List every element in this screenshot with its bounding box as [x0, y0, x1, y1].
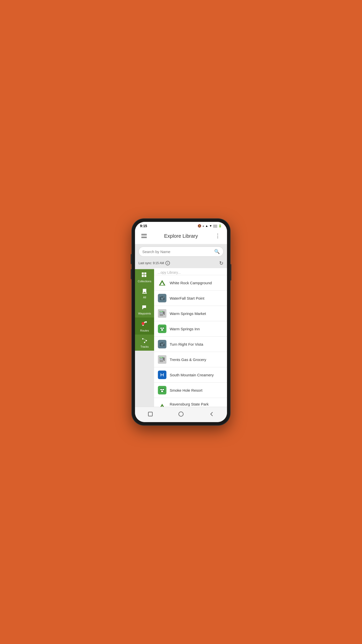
search-input[interactable] — [142, 250, 212, 254]
bluetooth-icon: ⬦ — [202, 224, 204, 228]
svg-rect-2 — [142, 275, 144, 277]
all-icon — [141, 288, 148, 295]
partial-item: ...opy Library... — [154, 268, 227, 275]
list-item[interactable]: WaterFall Start Point — [154, 291, 227, 306]
status-time: 9:15 — [140, 224, 147, 228]
svg-rect-34 — [160, 358, 163, 360]
svg-rect-19 — [164, 314, 165, 315]
sidebar-item-tracks[interactable]: Tracks — [135, 335, 154, 351]
item-name-warm-springs-inn: Warm Springs Inn — [170, 327, 200, 331]
svg-rect-27 — [160, 327, 164, 328]
sidebar-item-routes[interactable]: Routes — [135, 317, 154, 335]
campsite-icon-white-rock — [158, 278, 167, 287]
sidebar-item-waypoints[interactable]: Waypoints — [135, 301, 154, 317]
svg-rect-21 — [160, 311, 161, 312]
svg-rect-17 — [160, 312, 163, 314]
hotel-icon-smoke-hole — [158, 386, 167, 395]
content-area: Collections All Waypoints — [135, 268, 227, 407]
routes-label: Routes — [140, 329, 149, 332]
svg-rect-39 — [161, 357, 162, 358]
status-bar: 9:15 🔕 ⬦ ▲ ▼ ▓▓ 🔋 — [135, 222, 227, 229]
gas-icon-warm-springs-market — [158, 309, 167, 318]
svg-rect-48 — [160, 388, 164, 389]
waypoints-icon — [141, 304, 148, 311]
circle-icon — [178, 411, 184, 417]
svg-rect-3 — [144, 275, 146, 277]
list-area: ...opy Library... White Rock Campground — [154, 268, 227, 407]
list-item[interactable]: Turn Right For Vista — [154, 337, 227, 352]
gas-icon-trents — [158, 355, 167, 364]
sidebar-item-collections[interactable]: Collections — [135, 269, 154, 285]
status-icons: 🔕 ⬦ ▲ ▼ ▓▓ 🔋 — [198, 224, 222, 228]
hamburger-icon — [141, 234, 147, 238]
info-icon: i — [167, 262, 168, 265]
svg-rect-35 — [163, 357, 165, 360]
item-name-south-mountain: South Mountain Creamery — [170, 373, 214, 377]
svg-rect-4 — [142, 293, 147, 294]
svg-rect-46 — [162, 389, 164, 390]
list-item[interactable]: Warm Springs Market — [154, 306, 227, 321]
svg-rect-56 — [148, 412, 152, 416]
sync-bar: Last sync: 9:15 AM i ↻ — [135, 259, 227, 268]
svg-point-15 — [163, 297, 164, 298]
list-item[interactable]: Ravensburg State Park Campground — [154, 398, 227, 407]
hotel-icon-warm-springs-inn — [158, 324, 167, 333]
camera-icon-waterfall — [158, 294, 167, 303]
sidebar: Collections All Waypoints — [135, 268, 154, 407]
list-item[interactable]: Smoke Hole Resort — [154, 383, 227, 398]
bottom-nav — [135, 407, 227, 422]
list-item[interactable]: White Rock Campground — [154, 275, 227, 291]
search-icon: 🔍 — [214, 249, 220, 254]
nav-square-button[interactable] — [146, 410, 155, 419]
page-title: Explore Library — [164, 233, 198, 239]
item-name-trents: Trents Gas & Grocery — [170, 357, 206, 362]
nav-back-button[interactable] — [207, 410, 216, 419]
info-button[interactable]: i — [165, 261, 170, 265]
collections-label: Collections — [138, 280, 151, 283]
dots-icon: ⋮ — [215, 233, 221, 239]
partial-text: ...opy Library... — [158, 270, 181, 274]
top-bar: Explore Library ⋮ — [135, 229, 227, 244]
refresh-button[interactable]: ↻ — [219, 260, 223, 266]
restaurant-icon-south-mountain — [158, 370, 167, 379]
list-item[interactable]: Trents Gas & Grocery — [154, 352, 227, 367]
collections-icon — [141, 272, 148, 279]
svg-rect-31 — [161, 342, 163, 343]
camera-icon-turn-right — [158, 340, 167, 349]
sidebar-item-all[interactable]: All — [135, 285, 154, 301]
overflow-menu-button[interactable]: ⋮ — [213, 231, 223, 241]
item-name-waterfall: WaterFall Start Point — [170, 296, 204, 300]
list-item[interactable]: South Mountain Creamery — [154, 367, 227, 383]
svg-rect-24 — [160, 328, 162, 329]
svg-rect-47 — [161, 391, 163, 392]
svg-rect-45 — [160, 389, 162, 390]
svg-rect-38 — [160, 357, 161, 358]
list-item[interactable]: Warm Springs Inn — [154, 321, 227, 337]
waypoints-label: Waypoints — [138, 312, 151, 315]
svg-point-30 — [162, 344, 163, 345]
svg-rect-26 — [161, 329, 163, 331]
nav-home-button[interactable] — [176, 410, 186, 419]
square-icon — [147, 411, 153, 417]
battery-icon: 🔋 — [218, 224, 222, 228]
tracks-label: Tracks — [141, 345, 149, 348]
sync-info: Last sync: 9:15 AM i — [139, 261, 170, 265]
item-name-smoke-hole: Smoke Hole Resort — [170, 388, 202, 392]
svg-rect-18 — [163, 311, 165, 314]
svg-point-32 — [163, 343, 164, 344]
svg-point-13 — [162, 298, 163, 299]
svg-rect-36 — [164, 360, 165, 361]
search-box: 🔍 — [139, 247, 223, 257]
svg-point-57 — [179, 412, 183, 416]
all-label: All — [143, 296, 146, 299]
phone-frame: 9:15 🔕 ⬦ ▲ ▼ ▓▓ 🔋 Explore Library — [132, 219, 230, 425]
wifi-icon: ▼ — [209, 224, 212, 228]
sync-label: Last sync: 9:15 AM — [139, 261, 164, 265]
svg-rect-0 — [142, 272, 144, 274]
svg-rect-22 — [161, 311, 162, 312]
tracks-icon — [141, 337, 148, 344]
hamburger-menu-button[interactable] — [139, 231, 149, 241]
svg-rect-14 — [161, 296, 163, 297]
item-name-turn-right: Turn Right For Vista — [170, 342, 203, 346]
phone-screen: 9:15 🔕 ⬦ ▲ ▼ ▓▓ 🔋 Explore Library — [135, 222, 227, 422]
